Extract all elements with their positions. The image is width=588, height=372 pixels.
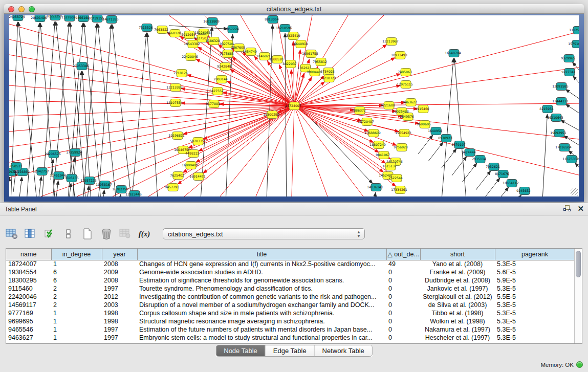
network-edge[interactable]: [203, 106, 294, 173]
network-node[interactable]: 9841067: [376, 151, 390, 159]
network-node[interactable]: 17016504: [555, 144, 572, 151]
table-cell[interactable]: 9465546: [6, 325, 51, 334]
table-cell[interactable]: Structural magnetic resonance image aver…: [137, 317, 386, 325]
network-node[interactable]: 16099489: [182, 162, 198, 169]
table-row[interactable]: 911546021997Tourette syndrome. Phenomeno…: [6, 285, 575, 293]
table-cell[interactable]: 5.5E-5: [495, 293, 575, 301]
network-node[interactable]: 11675354: [562, 156, 579, 163]
network-node[interactable]: 7663822: [154, 26, 168, 34]
network-edge[interactable]: [147, 33, 159, 196]
network-edge[interactable]: [294, 68, 579, 106]
table-cell[interactable]: Nakamura et al. (1997): [420, 325, 495, 334]
network-edge[interactable]: [285, 33, 287, 196]
network-node[interactable]: 2803144: [213, 76, 228, 83]
table-scrollbar-thumb[interactable]: [576, 251, 581, 277]
tab-network-table[interactable]: Network Table: [315, 345, 372, 356]
table-cell[interactable]: 0: [386, 285, 420, 293]
table-cell[interactable]: 2012: [102, 293, 137, 301]
table-cell[interactable]: 0: [386, 293, 420, 301]
network-edge[interactable]: [70, 23, 87, 196]
network-node[interactable]: 7515526: [139, 24, 153, 32]
table-cell[interactable]: 18300295: [6, 276, 51, 285]
table-cell[interactable]: 0: [386, 325, 420, 334]
network-node[interactable]: 1527602: [61, 15, 76, 21]
table-cell[interactable]: Investigating the contribution of common…: [137, 293, 386, 301]
table-cell[interactable]: 2: [51, 301, 102, 309]
table-cell[interactable]: 5.3E-5: [495, 317, 575, 325]
network-edge[interactable]: [196, 106, 294, 163]
network-node[interactable]: 8822037: [282, 60, 297, 68]
network-node[interactable]: 5878335: [190, 138, 204, 145]
table-cell[interactable]: 9777169: [6, 309, 51, 317]
table-row[interactable]: 1938455462009Genome-wide association stu…: [6, 268, 575, 276]
table-cell[interactable]: Dudbridge et al. (2008): [420, 276, 495, 285]
network-edge[interactable]: [294, 32, 579, 106]
table-row[interactable]: 977716911998Corpus callosum shape and si…: [6, 309, 575, 317]
network-node[interactable]: 2935114: [472, 156, 486, 163]
table-cell[interactable]: Hescheler et al. (1997): [420, 334, 495, 342]
table-cell[interactable]: Embryonic stem cells: a model to study s…: [137, 334, 386, 342]
column-header[interactable]: title: [137, 249, 386, 260]
network-node[interactable]: 19196821: [168, 132, 185, 140]
network-node[interactable]: 22420046: [182, 53, 198, 61]
network-node[interactable]: 7955812: [313, 58, 327, 66]
network-edge[interactable]: [575, 163, 579, 175]
network-node[interactable]: 16961758: [302, 50, 318, 58]
network-node[interactable]: 14136141: [367, 184, 383, 191]
network-edge[interactable]: [84, 23, 102, 196]
network-node[interactable]: 9699695: [417, 121, 431, 128]
table-cell[interactable]: 0: [386, 268, 420, 276]
table-cell[interactable]: 5.3E-5: [495, 325, 575, 334]
table-row[interactable]: 946554611997Estimation of the future num…: [6, 325, 575, 334]
network-node[interactable]: 8813054: [265, 16, 279, 24]
table-scrollbar[interactable]: [574, 249, 582, 343]
table-cell[interactable]: 6: [51, 276, 102, 285]
network-node[interactable]: 14671355: [102, 16, 119, 24]
table-cell[interactable]: 0: [386, 317, 420, 325]
network-edge[interactable]: [494, 187, 509, 196]
network-node[interactable]: 20206576: [45, 150, 61, 158]
table-cell[interactable]: Disruption of a novel member of a sodium…: [137, 301, 386, 309]
network-node[interactable]: 11125352: [569, 27, 579, 34]
table-cell[interactable]: 2009: [102, 268, 137, 276]
network-node[interactable]: 9115460: [415, 105, 429, 113]
column-header[interactable]: pagerank: [495, 249, 575, 260]
table-cell[interactable]: 5.3E-5: [495, 285, 575, 293]
table-row[interactable]: 969969511998Structural magnetic resonanc…: [6, 317, 575, 325]
network-edge[interactable]: [230, 69, 294, 106]
network-node[interactable]: 9175685: [220, 50, 234, 58]
network-edge[interactable]: [294, 106, 392, 175]
network-edge[interactable]: [51, 23, 69, 196]
network-node[interactable]: 8427552: [209, 87, 224, 95]
table-cell[interactable]: 9115460: [6, 285, 51, 293]
network-edge[interactable]: [507, 195, 521, 196]
network-node[interactable]: 8215954: [539, 105, 554, 113]
apply-selection-icon[interactable]: [43, 227, 56, 240]
network-canvas[interactable]: 1872400724055724206914061055325715276029…: [9, 15, 579, 196]
network-node[interactable]: 1640954: [428, 127, 442, 135]
column-header[interactable]: △ out_de...: [386, 249, 420, 260]
network-edge[interactable]: [476, 171, 491, 190]
table-row[interactable]: 1830029562008Estimation of significance …: [6, 276, 575, 285]
network-node[interactable]: 12975115: [397, 81, 413, 89]
table-row[interactable]: 2242004622012Investigating the contribut…: [6, 293, 575, 301]
table-row[interactable]: 946362711997Embryonic stem cells: a mode…: [6, 334, 575, 342]
table-cell[interactable]: 1998: [102, 317, 137, 325]
table-row[interactable]: 1872400712008Changes of HCN gene express…: [6, 260, 575, 268]
window-titlebar[interactable]: citations_edges.txt: [4, 4, 584, 14]
network-edge[interactable]: [454, 58, 467, 196]
network-edge[interactable]: [223, 92, 294, 106]
network-node[interactable]: 10719155: [88, 15, 104, 23]
network-node[interactable]: 16640910: [292, 40, 308, 48]
network-node[interactable]: 15751074: [568, 40, 579, 48]
table-cell[interactable]: 1: [51, 325, 102, 334]
network-edge[interactable]: [452, 157, 467, 176]
network-node[interactable]: 9474444: [462, 149, 476, 157]
network-node[interactable]: 10688609: [364, 129, 381, 137]
network-node[interactable]: 10654112: [503, 180, 519, 187]
network-node[interactable]: 18107554: [166, 99, 183, 107]
network-edge[interactable]: [542, 114, 547, 196]
network-edge[interactable]: [9, 70, 294, 106]
memory-status-button[interactable]: Memory: OK: [540, 361, 583, 368]
network-edge[interactable]: [118, 194, 121, 196]
